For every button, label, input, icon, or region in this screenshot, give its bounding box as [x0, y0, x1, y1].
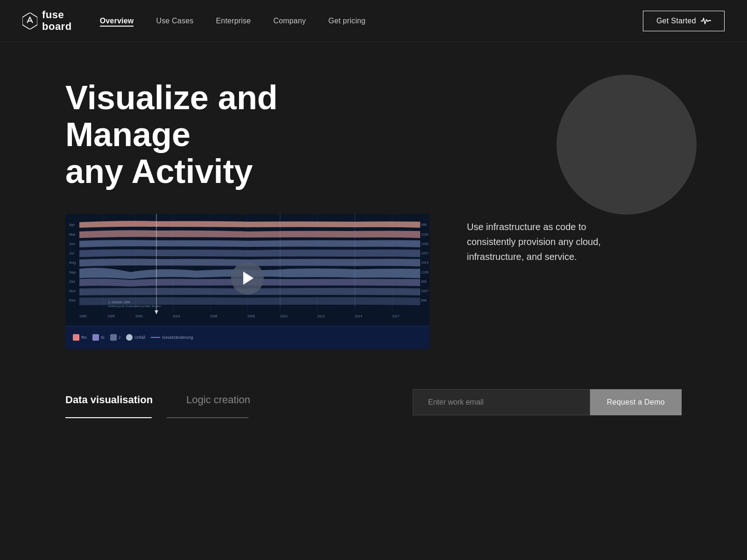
- svg-text:1108: 1108: [421, 271, 429, 274]
- logo-text: fuse board: [42, 9, 72, 32]
- play-button[interactable]: [231, 262, 264, 294]
- nav-item-overview[interactable]: Overview: [100, 17, 134, 25]
- request-demo-button[interactable]: Request a Demo: [590, 389, 682, 415]
- logo-fuse: fuse: [42, 9, 72, 21]
- navbar: fuse board Overview Use Cases Enterprise…: [0, 0, 747, 42]
- legend-item-j: J: [110, 334, 121, 341]
- svg-text:Dez: Dez: [69, 298, 76, 302]
- nav-link-pricing[interactable]: Get pricing: [328, 17, 366, 25]
- activity-icon: [701, 17, 711, 25]
- nav-right: Get Started: [643, 11, 725, 31]
- request-demo-label: Request a Demo: [607, 398, 665, 406]
- tab-underlines: [65, 417, 284, 418]
- legend-label-si: Si: [101, 335, 105, 340]
- play-triangle-icon: [243, 272, 254, 285]
- nav-item-use-cases[interactable]: Use Cases: [156, 17, 193, 25]
- svg-text:Nov: Nov: [69, 289, 76, 293]
- nav-link-enterprise[interactable]: Enterprise: [216, 17, 251, 25]
- get-started-label: Get Started: [656, 17, 696, 25]
- hero-left: Visualize and Manage any Activity: [65, 79, 448, 349]
- svg-text:Okt: Okt: [69, 280, 75, 284]
- hero-title: Visualize and Manage any Activity: [65, 79, 355, 190]
- decorative-circle: [557, 75, 697, 215]
- legend-color-ro: [73, 334, 79, 341]
- svg-text:985: 985: [421, 280, 427, 283]
- svg-text:1027: 1027: [421, 289, 429, 293]
- svg-text:Sep: Sep: [69, 270, 76, 274]
- svg-text:1014: 1014: [421, 261, 429, 264]
- svg-text:2008: 2008: [247, 315, 255, 318]
- legend-item-ro: Ro: [73, 334, 87, 341]
- legend-color-unfall: [126, 334, 133, 341]
- svg-text:2004: 2004: [173, 315, 180, 318]
- hero-right: Use infrastructure as code to consistent…: [448, 79, 725, 264]
- legend-color-j: [110, 334, 117, 341]
- logo-icon: [22, 13, 37, 29]
- nav-link-use-cases[interactable]: Use Cases: [156, 17, 193, 25]
- svg-text:2000: 2000: [135, 315, 143, 318]
- svg-text:Aug: Aug: [69, 260, 76, 265]
- email-input[interactable]: [413, 389, 590, 415]
- nav-item-pricing[interactable]: Get pricing: [328, 17, 366, 25]
- tab-logic-creation[interactable]: Logic creation: [186, 386, 269, 413]
- svg-text:2012: 2012: [317, 315, 325, 318]
- svg-text:Mai: Mai: [69, 232, 75, 237]
- nav-item-company[interactable]: Company: [273, 17, 306, 25]
- svg-text:2010: 2010: [280, 315, 288, 318]
- legend-item-gesetz: Gesetzänderung: [151, 335, 193, 340]
- svg-text:2006: 2006: [210, 315, 218, 318]
- nav-link-company[interactable]: Company: [273, 17, 306, 25]
- get-started-button[interactable]: Get Started: [643, 11, 725, 31]
- nav-item-enterprise[interactable]: Enterprise: [216, 17, 251, 25]
- tabs-area: Data visualisation Logic creation: [65, 386, 284, 418]
- video-container: Apr Mai Jun Jul Aug Sep Okt Nov Dez: [65, 214, 430, 349]
- logo-link[interactable]: fuse board: [22, 9, 72, 32]
- legend-label-unfall: Unfall: [134, 335, 145, 340]
- hero-description: Use infrastructure as code to consistent…: [467, 219, 616, 264]
- tab-underline-inactive: [167, 417, 248, 418]
- tab-data-visualisation-label: Data visualisation: [65, 394, 153, 406]
- nav-links: Overview Use Cases Enterprise Company Ge…: [100, 17, 366, 25]
- nav-link-overview[interactable]: Overview: [100, 17, 134, 27]
- svg-text:1995: 1995: [107, 315, 115, 318]
- svg-text:996: 996: [421, 223, 427, 226]
- tab-underline-active: [65, 417, 152, 418]
- svg-text:Einführung der Gurtenpflicht a: Einführung der Gurtenpflicht auf allen S…: [108, 305, 161, 308]
- email-area: Request a Demo: [413, 389, 682, 415]
- svg-text:1027: 1027: [421, 252, 429, 255]
- tab-logic-creation-label: Logic creation: [186, 394, 250, 406]
- svg-text:1990: 1990: [79, 315, 87, 318]
- svg-text:1026: 1026: [421, 242, 429, 245]
- svg-text:1026: 1026: [421, 233, 429, 236]
- svg-text:Jun: Jun: [69, 242, 75, 246]
- legend-color-si: [92, 334, 99, 341]
- legend-label-j: J: [119, 335, 121, 340]
- hero-title-line1: Visualize and Manage: [65, 79, 278, 153]
- chart-legend: Ro Si J Unfall: [65, 326, 430, 349]
- tabs-row: Data visualisation Logic creation: [65, 386, 284, 413]
- legend-label-gesetz: Gesetzänderung: [162, 335, 193, 340]
- legend-label-ro: Ro: [81, 335, 87, 340]
- svg-text:Jul: Jul: [69, 251, 74, 255]
- svg-text:Apr: Apr: [69, 223, 75, 227]
- svg-text:1. Oktober 1994: 1. Oktober 1994: [108, 301, 130, 304]
- legend-item-si: Si: [92, 334, 105, 341]
- svg-text:2017: 2017: [392, 315, 400, 318]
- svg-text:2014: 2014: [355, 315, 362, 318]
- tab-data-visualisation[interactable]: Data visualisation: [65, 386, 171, 413]
- hero-section: Visualize and Manage any Activity: [0, 42, 747, 368]
- hero-title-line2: any Activity: [65, 153, 253, 190]
- nav-left: fuse board Overview Use Cases Enterprise…: [22, 9, 366, 32]
- legend-item-unfall: Unfall: [126, 334, 145, 341]
- legend-color-gesetz: [151, 337, 160, 338]
- svg-text:868: 868: [421, 299, 427, 302]
- bottom-section: Data visualisation Logic creation Reques…: [0, 368, 747, 446]
- logo-board: board: [42, 21, 72, 32]
